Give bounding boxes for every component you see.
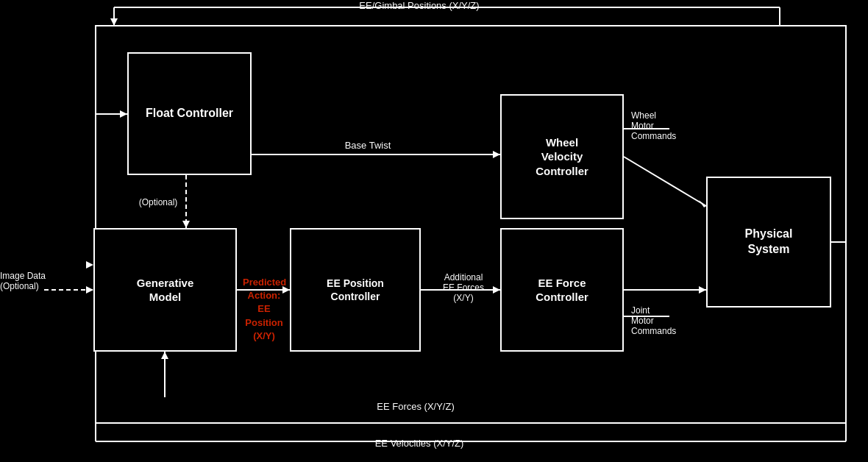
svg-marker-14 <box>86 261 93 269</box>
ee-gimbal-positions-label: EE/Gimbal Positions (X/Y/Z) <box>294 0 544 11</box>
ee-forces-label: EE Forces (X/Y/Z) <box>324 401 508 412</box>
svg-marker-12 <box>120 110 127 118</box>
wheel-velocity-controller-label: WheelVelocityController <box>536 135 588 179</box>
svg-marker-30 <box>161 352 168 359</box>
svg-line-21 <box>624 157 706 206</box>
svg-marker-4 <box>110 18 118 26</box>
float-controller-block: Float Controller <box>127 52 252 175</box>
optional-label: (Optional) <box>114 197 202 207</box>
wheel-velocity-controller-block: WheelVelocityController <box>500 94 624 219</box>
svg-marker-20 <box>699 286 706 294</box>
ee-force-controller-block: EE ForceController <box>500 228 624 352</box>
svg-marker-22 <box>699 200 706 207</box>
joint-motor-commands-label: JointMotorCommands <box>631 305 705 336</box>
image-data-label: Image Data(Optional) <box>0 271 74 291</box>
physical-system-label: PhysicalSystem <box>745 227 793 257</box>
wheel-motor-commands-label: WheelMotorCommands <box>631 110 705 141</box>
float-controller-label: Float Controller <box>146 106 233 121</box>
physical-system-block: PhysicalSystem <box>706 177 831 308</box>
diagram-container: Float Controller GenerativeModel EE Posi… <box>0 0 868 462</box>
ee-position-controller-label: EE PositionController <box>327 277 384 303</box>
ee-position-controller-block: EE PositionController <box>290 228 421 352</box>
svg-marker-8 <box>182 221 190 228</box>
additional-ee-forces-label: AdditionalEE Forces(X/Y) <box>430 272 497 303</box>
generative-model-block: GenerativeModel <box>93 228 237 352</box>
ee-velocities-label: EE Velocities (X/Y/Z) <box>324 438 515 449</box>
svg-marker-6 <box>493 151 500 158</box>
generative-model-label: GenerativeModel <box>137 276 194 305</box>
base-twist-label: Base Twist <box>309 140 427 151</box>
predicted-action-label: PredictedAction:EE Position(X/Y) <box>243 276 285 343</box>
svg-marker-10 <box>86 286 93 294</box>
ee-force-controller-label: EE ForceController <box>536 276 588 305</box>
